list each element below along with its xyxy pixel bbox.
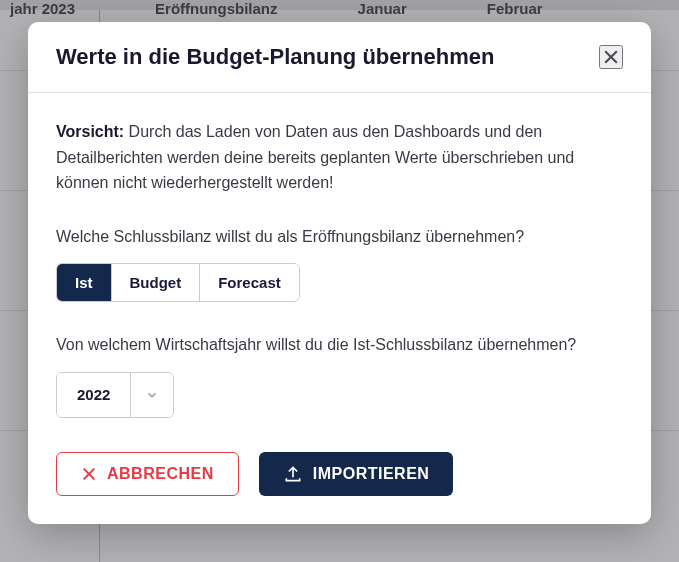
modal-header: Werte in die Budget-Planung übernehmen: [28, 22, 651, 93]
warning-label: Vorsicht:: [56, 123, 124, 140]
warning-body: Durch das Laden von Daten aus den Dashbo…: [56, 123, 574, 191]
modal-footer: ABBRECHEN IMPORTIEREN: [56, 452, 623, 496]
import-modal: Werte in die Budget-Planung übernehmen V…: [28, 22, 651, 524]
modal-body: Vorsicht: Durch das Laden von Daten aus …: [28, 93, 651, 524]
close-icon: [601, 46, 621, 68]
import-button[interactable]: IMPORTIEREN: [259, 452, 454, 496]
cancel-button-label: ABBRECHEN: [107, 465, 214, 483]
warning-text: Vorsicht: Durch das Laden von Daten aus …: [56, 119, 623, 196]
modal-title: Werte in die Budget-Planung übernehmen: [56, 44, 494, 70]
question-balance: Welche Schlussbilanz willst du als Eröff…: [56, 224, 623, 250]
segment-forecast[interactable]: Forecast: [200, 264, 299, 301]
import-button-label: IMPORTIEREN: [313, 465, 430, 483]
close-button[interactable]: [599, 45, 623, 69]
cancel-button[interactable]: ABBRECHEN: [56, 452, 239, 496]
year-select[interactable]: 2022: [56, 372, 174, 418]
balance-type-segmented: Ist Budget Forecast: [56, 263, 300, 302]
segment-budget[interactable]: Budget: [112, 264, 201, 301]
upload-icon: [283, 464, 303, 484]
chevron-down-icon: [145, 388, 159, 402]
question-year: Von welchem Wirtschaftsjahr willst du di…: [56, 332, 623, 358]
year-select-value[interactable]: 2022: [57, 373, 131, 417]
year-select-toggle[interactable]: [131, 373, 173, 417]
segment-ist[interactable]: Ist: [57, 264, 112, 301]
cancel-x-icon: [81, 466, 97, 482]
